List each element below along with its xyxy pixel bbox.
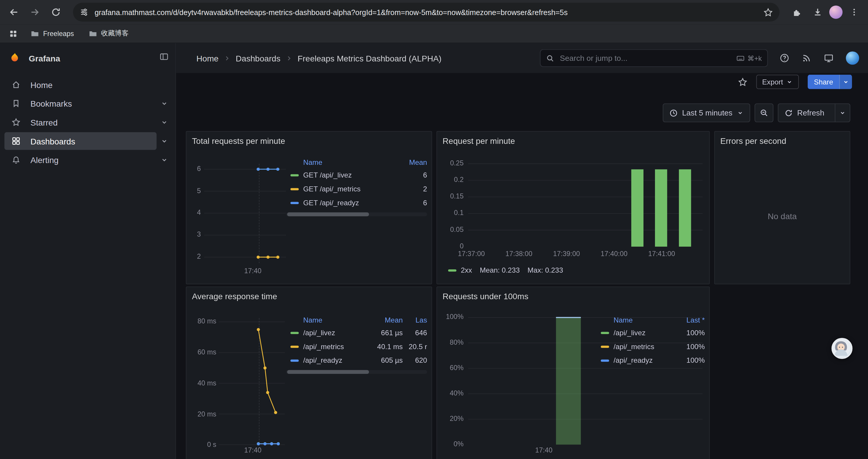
legend-inline: 2xx Mean: 0.233 Max: 0.233: [448, 266, 571, 274]
request-per-minute-plot[interactable]: [468, 159, 703, 247]
dock-sidebar-icon[interactable]: [159, 52, 169, 61]
legend-col-last[interactable]: Las: [403, 316, 427, 324]
legend-scrollbar[interactable]: [286, 370, 427, 374]
breadcrumb-dashboards[interactable]: Dashboards: [236, 54, 280, 63]
legend-col-mean[interactable]: Mean: [364, 316, 403, 324]
home-icon: [11, 80, 20, 89]
x-tick: 17:41:00: [645, 250, 678, 258]
share-menu-chevron[interactable]: [839, 75, 852, 89]
legend-header: Name Mean: [286, 156, 427, 168]
sidebar-item-alerting[interactable]: Alerting: [0, 150, 176, 169]
refresh-main[interactable]: Refresh: [778, 104, 831, 122]
dashboard-subheader: Export Share: [176, 73, 868, 91]
refresh-interval-chevron[interactable]: [835, 104, 850, 122]
share-button[interactable]: Share: [808, 75, 852, 89]
scrollbar-thumb[interactable]: [287, 212, 369, 216]
grafana-logo[interactable]: [9, 52, 21, 64]
chevron-down-icon[interactable]: [160, 156, 168, 164]
panel-title[interactable]: Errors per second: [720, 136, 786, 145]
screen: Freeleaps 收藏博客 Grafana: [0, 0, 868, 459]
refresh-icon: [784, 109, 793, 117]
bookmark-blog-folder[interactable]: 收藏博客: [83, 27, 133, 40]
legend-row[interactable]: /api/_livez 100%: [596, 326, 705, 340]
legend-row[interactable]: /api/_metrics 40.1 ms 20.5 r: [286, 340, 427, 354]
panel-title[interactable]: Average response time: [192, 292, 277, 301]
reload-icon[interactable]: [46, 3, 65, 22]
site-info-icon[interactable]: [80, 8, 89, 17]
legend-col-name[interactable]: Name: [303, 158, 322, 166]
legend-row[interactable]: /api/_livez 661 µs 646: [286, 326, 427, 340]
panel-title[interactable]: Request per minute: [442, 136, 515, 145]
search-input[interactable]: ⌘+k: [540, 49, 768, 67]
user-avatar[interactable]: [846, 52, 859, 65]
folder-icon: [88, 29, 97, 38]
y-tick: 0.25: [445, 159, 464, 167]
legend-series-name[interactable]: 2xx: [461, 266, 472, 274]
chevron-down-icon[interactable]: [160, 100, 168, 107]
sidebar-item-home[interactable]: Home: [0, 75, 176, 94]
panel-title[interactable]: Total requests per minute: [192, 136, 285, 145]
apps-grid-icon[interactable]: [6, 26, 21, 41]
star-dashboard-icon[interactable]: [738, 77, 747, 87]
chevron-right-icon: [224, 54, 231, 61]
legend-col-name[interactable]: Name: [614, 316, 687, 324]
browser-profile-avatar[interactable]: [829, 6, 843, 19]
legend-row[interactable]: GET /api/_readyz 6: [286, 196, 427, 210]
chevron-down-icon[interactable]: [160, 137, 168, 145]
back-icon[interactable]: [4, 3, 23, 22]
floating-assistant-avatar[interactable]: [831, 338, 852, 359]
url-input[interactable]: [93, 7, 758, 17]
brand-title: Grafana: [29, 54, 60, 63]
monitor-icon[interactable]: [824, 53, 834, 63]
zoom-out-icon: [760, 108, 769, 117]
browser-menu-icon[interactable]: [845, 3, 864, 22]
y-tick: 40%: [441, 389, 464, 398]
panel-average-response-time: Average response time 80 ms 60 ms 40 ms …: [186, 287, 432, 459]
legend-row[interactable]: GET /api/_livez 6: [286, 168, 427, 182]
y-tick: 6: [189, 165, 201, 173]
chevron-down-icon: [843, 78, 849, 85]
extensions-icon[interactable]: [787, 3, 806, 22]
legend-col-last[interactable]: Last *: [686, 316, 705, 324]
avg-response-plot[interactable]: [219, 318, 285, 449]
active-highlight: [4, 132, 157, 150]
chevron-down-icon: [839, 109, 846, 116]
breadcrumb-home[interactable]: Home: [196, 54, 219, 63]
grafana-header: Home Dashboards Freeleaps Metrics Dashbo…: [176, 43, 868, 73]
sidebar-item-bookmarks[interactable]: Bookmarks: [0, 94, 176, 113]
sidebar-item-starred[interactable]: Starred: [0, 113, 176, 132]
news-rss-icon[interactable]: [802, 53, 812, 63]
downloads-icon[interactable]: [808, 3, 827, 22]
legend-scrollbar[interactable]: [286, 212, 427, 216]
export-button[interactable]: Export: [756, 75, 799, 89]
legend-row[interactable]: /api/_metrics 100%: [596, 340, 705, 354]
chevron-down-icon: [786, 78, 793, 85]
time-range-picker[interactable]: Last 5 minutes: [663, 103, 750, 122]
dashboards-icon: [11, 137, 20, 145]
legend-table: Name Mean GET /api/_livez 6 GET /api/_me…: [286, 156, 427, 216]
bookmark-freeleaps[interactable]: Freeleaps: [25, 27, 79, 40]
search-field[interactable]: [559, 53, 732, 63]
series-color-blue: [290, 202, 299, 204]
chevron-down-icon[interactable]: [160, 119, 168, 126]
legend-row[interactable]: /api/_readyz 100%: [596, 354, 705, 367]
star-icon: [11, 118, 20, 127]
bookmark-star-icon[interactable]: [764, 7, 773, 17]
url-bar[interactable]: [73, 3, 779, 22]
series-color-blue: [290, 359, 299, 361]
legend-row[interactable]: /api/_readyz 605 µs 620: [286, 354, 427, 367]
scrollbar-thumb[interactable]: [287, 370, 369, 374]
y-tick: 100%: [441, 313, 464, 321]
panel-title[interactable]: Requests under 100ms: [442, 292, 528, 301]
zoom-out-button[interactable]: [754, 103, 773, 122]
forward-icon[interactable]: [25, 3, 44, 22]
sidebar-item-dashboards[interactable]: Dashboards: [0, 132, 176, 151]
help-icon[interactable]: [779, 53, 789, 63]
series-color-green: [601, 332, 609, 334]
legend-col-mean[interactable]: Mean: [409, 158, 427, 166]
series-color-green: [448, 269, 457, 271]
refresh-button[interactable]: Refresh: [778, 103, 850, 122]
legend-row[interactable]: GET /api/_metrics 2: [286, 182, 427, 196]
legend-col-name[interactable]: Name: [303, 316, 364, 324]
total-requests-plot[interactable]: [204, 164, 286, 263]
